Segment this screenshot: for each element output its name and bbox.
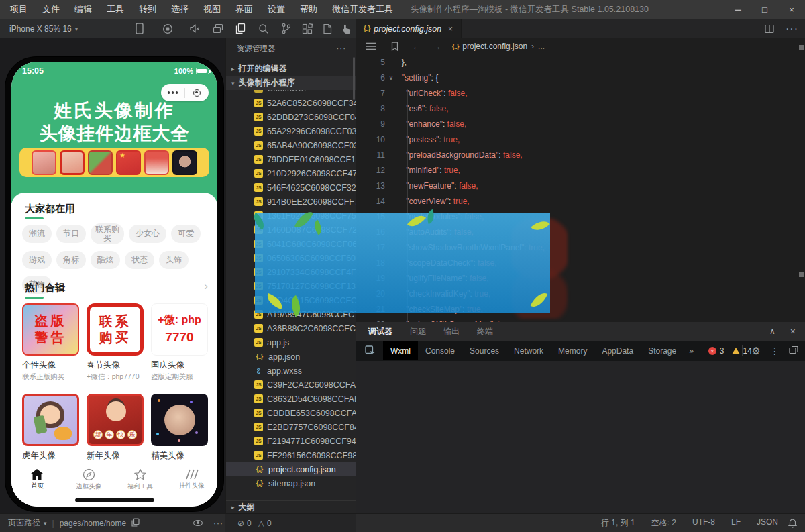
file-row[interactable]: E2BD7757C6098CCF84... [226,420,356,434]
tab-close-icon[interactable]: × [448,24,453,34]
tab-widget-avatar[interactable]: 挂件头像 [166,464,217,494]
device-selector[interactable]: iPhone X 85% 16▾ [9,24,78,34]
back-icon[interactable]: ← [412,41,421,52]
menu-item[interactable]: 帮助 [292,0,325,19]
debugger-tab[interactable]: 终端 [477,326,493,337]
open-editors-section[interactable]: ▸ 打开的编辑器 [226,62,356,76]
file-row[interactable]: C6098CCF [226,90,356,96]
avatar-thumbnail[interactable] [116,150,141,175]
category-chip[interactable]: 状态 [125,251,154,269]
tab-project-config-json[interactable]: {..} project.config.json × [356,19,462,38]
file-row[interactable]: C39F2CA2C6098CCFA5... [226,378,356,392]
outline-section[interactable]: ▸ 大纲 [226,500,356,513]
file-row[interactable]: 914B0EE2C6098CCFF7... [226,195,356,209]
collection-card[interactable]: 新年快乐 新年头像 [87,394,144,462]
file-row[interactable]: project.config.json [226,462,356,476]
split-editor-icon[interactable] [763,22,776,35]
menu-item[interactable]: 转到 [131,0,164,19]
debugger-tab[interactable]: 调试器 [368,326,392,337]
breadcrumb-file[interactable]: project.config.json [462,42,527,51]
collection-card[interactable]: 联系购买 春节头像 +微信：php7770 [87,303,144,382]
avatar-thumbnail[interactable] [144,150,169,175]
menu-item[interactable]: 文件 [35,0,67,19]
file-row[interactable]: F2194771C6098CCF94... [226,434,356,448]
devtools-tab[interactable]: Wxml [383,341,418,360]
devtools-tab[interactable]: Storage [641,341,684,360]
file-row[interactable]: app.wxss [226,364,356,378]
git-branch-icon[interactable] [279,22,292,35]
debugger-tab[interactable]: 输出 [443,326,460,337]
category-chip[interactable]: 角标 [56,251,86,269]
file-row[interactable]: 52A6C852C6098CCF34... [226,96,356,110]
project-root-section[interactable]: ▾ 头像制作小程序 [226,76,356,90]
maximize-button[interactable]: □ [751,0,778,19]
capsule-more-icon[interactable] [161,91,184,94]
category-chip[interactable]: 少女心 [129,225,166,243]
file-row[interactable]: CBDBE653C6098CCFA... [226,406,356,420]
explorer-scrollbar[interactable] [353,57,355,100]
page-path-value[interactable]: pages/home/home [60,519,126,528]
category-chip[interactable]: 酷炫 [91,251,120,269]
phone-icon[interactable] [133,22,146,35]
devtools-tab[interactable]: Sources [462,341,506,360]
file-row[interactable]: 79DDEE01C6098CCF1F... [226,152,356,166]
status-item[interactable]: LF [731,517,741,529]
file-row[interactable]: 65A29296C6098CCF03... [226,124,356,138]
devtools-menu-icon[interactable]: ⋮ [770,345,780,356]
file-row[interactable]: C8632D54C6098CCFAE... [226,392,356,406]
breadcrumb-node[interactable]: ... [538,42,545,51]
file-row[interactable]: FE296156C6098CCF98... [226,448,356,462]
devtools-settings-icon[interactable]: ⚙ [752,345,761,357]
undock-icon[interactable] [789,345,798,357]
file-row[interactable]: 65AB4A90C6098CCF03... [226,138,356,152]
fold-icon[interactable]: ∨ [385,74,397,81]
close-button[interactable]: × [778,0,805,19]
extensions-icon[interactable] [301,22,314,35]
problems-summary[interactable]: ⊘ 0 △ 0 [225,514,356,532]
file-icon[interactable] [321,22,334,35]
minimize-button[interactable]: ─ [724,0,751,19]
tab-welfare-tools[interactable]: 福利工具 [115,464,166,494]
menu-item[interactable]: 工具 [99,0,131,19]
eye-icon[interactable] [193,519,203,528]
menu-item[interactable]: 设置 [260,0,292,19]
menu-item[interactable]: 视图 [196,0,228,19]
avatar-thumbnail[interactable] [32,150,56,175]
avatar-thumbnail[interactable] [172,150,197,175]
page-path-selector[interactable]: 页面路径▾ [8,517,47,529]
explorer-files-icon[interactable] [233,22,247,35]
file-row[interactable]: 546F4625C6098CCF32... [226,180,356,195]
chevron-right-icon[interactable]: › [204,280,208,293]
status-item[interactable]: 行 1, 列 1 [601,517,635,529]
tab-border-avatar[interactable]: 边框头像 [63,464,115,494]
collection-card[interactable]: 精美头像 [151,394,208,462]
file-row[interactable]: A36B88C2C6098CCFC5... [226,321,356,335]
devtools-body[interactable] [356,361,805,513]
devtools-tab[interactable]: AppData [594,341,641,360]
more-actions-icon[interactable]: ··· [786,23,798,35]
compile-hand-icon[interactable] [339,22,353,35]
overflow-tabs-icon[interactable]: » [684,346,699,356]
file-row[interactable]: app.js [226,335,356,350]
file-row[interactable]: app.json [226,350,356,364]
category-chip[interactable]: 潮流 [22,225,52,243]
menu-item[interactable]: 选择 [164,0,196,19]
collapse-panel-icon[interactable]: ∧ [769,327,775,336]
category-chip[interactable]: 联系购买 [91,223,124,244]
tab-home[interactable]: 首页 [11,464,63,494]
list-icon[interactable] [364,40,377,53]
search-icon[interactable] [257,22,270,35]
status-item[interactable]: 空格: 2 [651,517,676,529]
record-icon[interactable] [161,22,174,35]
file-row[interactable]: 62DBD273C6098CCF04... [226,110,356,124]
collection-card[interactable]: 虎年头像 [22,394,79,462]
devtools-tab[interactable]: Console [418,341,462,360]
devtools-tab[interactable]: Memory [551,341,594,360]
copy-icon[interactable] [131,518,140,529]
status-item[interactable]: UTF-8 [692,517,715,529]
notifications-bell-icon[interactable] [788,519,797,528]
capsule-exit-icon[interactable] [185,89,209,97]
file-row[interactable]: 210D2926C6098CCF47... [226,166,356,180]
category-chip[interactable]: 可爱 [171,225,201,243]
bookmark-icon[interactable] [388,40,401,53]
